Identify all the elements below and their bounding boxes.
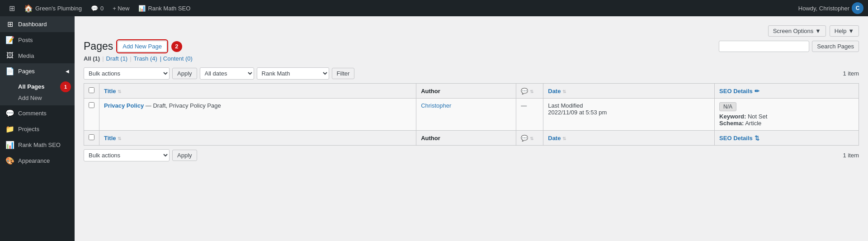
col-title[interactable]: Title ⇅ bbox=[99, 84, 416, 99]
pencil-icon: ✏ bbox=[755, 88, 760, 95]
title-sort-bottom-icon: ⇅ bbox=[118, 136, 121, 141]
col-author: Author bbox=[416, 84, 516, 99]
comments-icon: 💬 bbox=[5, 109, 14, 118]
col-cb bbox=[84, 84, 99, 99]
top-toolbar: Bulk actions Apply All dates Rank Math F… bbox=[84, 67, 859, 80]
filter-tab-draft[interactable]: Draft (1) bbox=[106, 55, 128, 62]
bulk-actions-top-select[interactable]: Bulk actions bbox=[84, 67, 170, 80]
rank-math-filter-select[interactable]: Rank Math bbox=[257, 67, 329, 80]
bulk-actions-bottom-select[interactable]: Bulk actions bbox=[84, 149, 170, 161]
sidebar-item-posts[interactable]: 📝 Posts bbox=[0, 32, 75, 48]
row-comments: — bbox=[516, 99, 543, 131]
comments-sort-bottom-icon: ⇅ bbox=[530, 136, 533, 141]
rank-math-btn[interactable]: 📊 Rank Math SEO bbox=[134, 0, 195, 16]
pages-icon: 📄 bbox=[5, 67, 14, 76]
table-row: Privacy Policy — Draft, Privacy Policy P… bbox=[84, 99, 859, 131]
badge-2: 2 bbox=[171, 41, 182, 52]
seo-schema-block: Schema: Article bbox=[719, 120, 854, 127]
wp-icon: ⊞ bbox=[9, 4, 15, 13]
new-content-btn[interactable]: + New bbox=[108, 0, 134, 16]
search-pages-button[interactable]: Search Pages bbox=[812, 41, 859, 52]
table-footer-headers: Title ⇅ Author 💬 ⇅ Date ⇅ SEO Details ⇅ bbox=[84, 131, 859, 146]
rank-math-sidebar-icon: 📊 bbox=[5, 141, 14, 149]
page-title: Pages bbox=[84, 40, 113, 52]
sidebar-item-rank-math[interactable]: 📊 Rank Math SEO bbox=[0, 137, 75, 153]
sidebar-item-comments[interactable]: 💬 Comments bbox=[0, 105, 75, 121]
screen-options-btn[interactable]: Screen Options ▼ bbox=[768, 25, 826, 37]
filter-tab-trash[interactable]: Trash (4) bbox=[134, 55, 157, 62]
comment-icon: 💬 bbox=[91, 5, 98, 12]
item-count-top: 1 item bbox=[843, 70, 859, 77]
dashboard-icon: ⊞ bbox=[5, 20, 14, 28]
col-date[interactable]: Date ⇅ bbox=[543, 84, 715, 99]
sep-1: | bbox=[102, 55, 104, 62]
filter-button[interactable]: Filter bbox=[332, 68, 355, 79]
col-date-bottom[interactable]: Date ⇅ bbox=[543, 131, 715, 146]
col-seo: SEO Details ✏ bbox=[715, 84, 859, 99]
col-author-bottom: Author bbox=[416, 131, 516, 146]
sep-2: | bbox=[130, 55, 131, 62]
col-comments-bottom: 💬 ⇅ bbox=[516, 131, 543, 146]
date-sort-bottom-icon: ⇅ bbox=[562, 136, 566, 141]
seo-sort-icon: ⇅ bbox=[755, 135, 760, 142]
all-dates-select[interactable]: All dates bbox=[200, 67, 254, 80]
col-comments: 💬 ⇅ bbox=[516, 84, 543, 99]
row-cb bbox=[84, 99, 99, 131]
search-pages-input[interactable] bbox=[719, 41, 809, 52]
filter-tab-all[interactable]: All (1) bbox=[84, 55, 100, 62]
search-area: Search Pages bbox=[719, 41, 859, 52]
badge-1: 1 bbox=[60, 81, 71, 92]
seo-na-badge: N/A bbox=[719, 102, 736, 111]
avatar: C bbox=[852, 2, 863, 14]
pages-arrow-icon: ◀ bbox=[66, 69, 69, 74]
comment-bubble-bottom-icon: 💬 bbox=[521, 135, 528, 142]
apply-top-button[interactable]: Apply bbox=[172, 68, 197, 79]
comments-btn[interactable]: 💬 0 bbox=[86, 0, 108, 16]
sidebar-sub-all-pages[interactable]: All Pages 1 bbox=[0, 81, 75, 92]
sidebar-item-dashboard[interactable]: ⊞ Dashboard bbox=[0, 16, 75, 32]
row-author: Christopher bbox=[416, 99, 516, 131]
seo-details-block: Keyword: Not Set bbox=[719, 113, 854, 120]
seo-details-bottom-link[interactable]: SEO Details ⇅ bbox=[719, 135, 854, 142]
pages-submenu: All Pages 1 Add New bbox=[0, 79, 75, 105]
bottom-toolbar: Bulk actions Apply 1 item bbox=[84, 149, 859, 161]
page-title-link[interactable]: Privacy Policy bbox=[104, 102, 146, 109]
appearance-icon: 🎨 bbox=[5, 156, 14, 165]
sidebar-item-pages[interactable]: 📄 Pages ◀ bbox=[0, 63, 75, 79]
select-all-checkbox[interactable] bbox=[89, 87, 94, 93]
wp-logo[interactable]: ⊞ bbox=[5, 0, 19, 16]
help-btn[interactable]: Help ▼ bbox=[830, 25, 859, 37]
sidebar-sub-add-new[interactable]: Add New bbox=[0, 92, 75, 104]
col-title-bottom[interactable]: Title ⇅ bbox=[99, 131, 416, 146]
row-seo: N/A Keyword: Not Set Schema: Article bbox=[715, 99, 859, 131]
posts-icon: 📝 bbox=[5, 36, 14, 44]
item-count-bottom: 1 item bbox=[843, 152, 859, 159]
apply-bottom-button[interactable]: Apply bbox=[172, 150, 197, 161]
pages-table: Title ⇅ Author 💬 ⇅ Date ⇅ SEO Detail bbox=[84, 83, 859, 146]
col-seo-bottom: SEO Details ⇅ bbox=[715, 131, 859, 146]
filter-tab-content[interactable]: | Content (0) bbox=[160, 55, 193, 62]
projects-icon: 📁 bbox=[5, 125, 14, 133]
comment-bubble-icon: 💬 bbox=[521, 88, 528, 95]
sidebar-item-projects[interactable]: 📁 Projects bbox=[0, 121, 75, 137]
howdy-text: Howdy, Christopher bbox=[798, 5, 849, 12]
home-icon: 🏠 bbox=[24, 4, 33, 13]
row-date: Last Modified 2022/11/09 at 5:53 pm bbox=[543, 99, 715, 131]
rank-math-icon: 📊 bbox=[138, 5, 146, 12]
author-link[interactable]: Christopher bbox=[421, 102, 451, 109]
date-sort-icon: ⇅ bbox=[562, 89, 566, 94]
site-name[interactable]: 🏠 Green's Plumbing bbox=[19, 0, 86, 16]
sidebar-item-appearance[interactable]: 🎨 Appearance bbox=[0, 153, 75, 169]
add-new-page-button[interactable]: Add New Page bbox=[118, 41, 167, 52]
select-all-bottom-checkbox[interactable] bbox=[89, 134, 94, 140]
comments-sort-icon: ⇅ bbox=[530, 89, 533, 94]
seo-details-header-link[interactable]: SEO Details ✏ bbox=[719, 88, 854, 95]
filter-tabs: All (1) | Draft (1) | Trash (4) | Conten… bbox=[84, 55, 859, 62]
media-icon: 🖼 bbox=[5, 52, 14, 60]
title-sort-icon: ⇅ bbox=[118, 89, 121, 94]
col-cb-bottom bbox=[84, 131, 99, 146]
page-header: Pages Add New Page 2 Search Pages bbox=[84, 40, 859, 52]
row-title: Privacy Policy — Draft, Privacy Policy P… bbox=[99, 99, 416, 131]
sidebar-item-media[interactable]: 🖼 Media bbox=[0, 48, 75, 63]
row-checkbox[interactable] bbox=[89, 102, 94, 108]
